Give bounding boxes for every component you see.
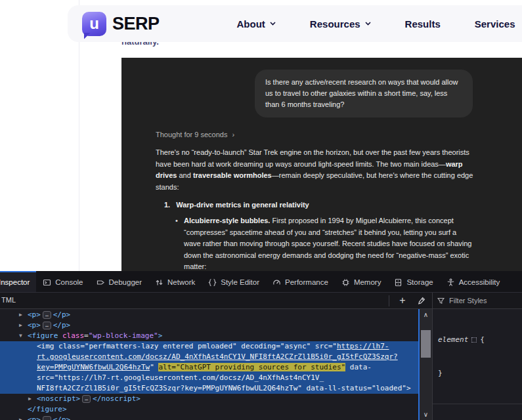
collapsed-content-badge[interactable]: … xyxy=(43,322,51,329)
chatgpt-screenshot-image: Is there any active/recent research on w… xyxy=(121,58,522,271)
browser-viewport: naturally. u SERP About Resources Result xyxy=(0,0,522,271)
markup-line[interactable]: ▶<noscript>…</noscript> xyxy=(0,394,418,404)
debugger-icon xyxy=(97,278,105,287)
chat-bullet-item: • Alcubierre-style bubbles. First propos… xyxy=(175,215,473,271)
tab-debugger[interactable]: Debugger xyxy=(90,271,149,292)
network-icon xyxy=(155,278,163,287)
collapsed-content-badge[interactable]: … xyxy=(82,395,91,403)
tab-accessibility[interactable]: Accessibility xyxy=(440,271,507,292)
braces-icon xyxy=(208,278,217,287)
css-rule-element[interactable]: element{ } xyxy=(433,309,522,404)
tab-style-editor[interactable]: Style Editor xyxy=(202,271,266,292)
expand-arrow-icon[interactable]: ▶ xyxy=(19,320,28,331)
markup-line[interactable]: src="https://lh7-rt.googleusercontent.co… xyxy=(0,373,418,383)
chat-answer-paragraph: There's no “ready-to-launch” Star Trek e… xyxy=(156,147,473,193)
scroll-down-arrow-icon[interactable]: ∨ xyxy=(420,411,432,418)
storage-icon xyxy=(394,278,402,287)
markup-scrollbar[interactable]: ∧ ∨ xyxy=(418,309,432,420)
inspector-body: ▶<p>…</p>▶<p>…</p>▼<figure class="wp-blo… xyxy=(0,309,522,420)
markup-line[interactable]: NFI8ftA2CZrZl1B5i0r_gI5tFcQZ3Szqr?key=PM… xyxy=(0,383,418,394)
person-icon xyxy=(446,278,455,287)
tab-inspector[interactable]: Inspector xyxy=(0,271,36,292)
site-header: u SERP About Resources Results Services xyxy=(68,5,522,42)
chat-answer-column: Thought for 9 seconds› There's no “ready… xyxy=(156,131,473,271)
collapsed-content-badge[interactable]: … xyxy=(43,416,51,420)
devtools-tabbar: Inspector Console Debugger Network Style… xyxy=(0,271,522,293)
chevron-right-icon: › xyxy=(232,131,234,138)
chip-icon xyxy=(341,278,350,287)
scroll-up-arrow-icon[interactable]: ∧ xyxy=(420,311,432,318)
markup-line[interactable]: key=PMPgUYNW6fbwUL2Q64hzTw" alt="ChatGPT… xyxy=(0,362,418,373)
bullet-icon: • xyxy=(175,215,184,271)
markup-line[interactable]: ▶<p>…</p> xyxy=(0,310,418,320)
filter-styles-searchbox[interactable]: Filter Styles xyxy=(432,293,522,308)
chat-numbered-heading: 1.Warp-drive metrics in general relativi… xyxy=(164,201,473,209)
nav-item-resources[interactable]: Resources xyxy=(310,18,371,30)
devtools-panel: Inspector Console Debugger Network Style… xyxy=(0,271,522,420)
funnel-icon xyxy=(437,297,445,304)
chevron-down-icon xyxy=(365,22,371,26)
main-nav: About Resources Results Services xyxy=(237,18,515,30)
userp-logo[interactable]: u SERP xyxy=(82,12,160,36)
eyedropper-icon xyxy=(417,297,425,305)
gauge-icon xyxy=(272,278,281,287)
expand-arrow-icon[interactable]: ▶ xyxy=(28,394,37,404)
collapsed-content-badge[interactable]: … xyxy=(43,311,51,319)
expand-arrow-icon[interactable]: ▶ xyxy=(19,415,28,420)
tab-storage[interactable]: Storage xyxy=(387,271,439,292)
chat-user-question-bubble: Is there any active/recent research on w… xyxy=(255,70,473,117)
tab-console[interactable]: Console xyxy=(36,271,89,292)
nav-item-about[interactable]: About xyxy=(237,18,276,30)
userp-logo-icon: u xyxy=(82,12,106,36)
tab-network[interactable]: Network xyxy=(148,271,202,292)
selector-highlighter-icon[interactable] xyxy=(471,337,477,343)
inspector-toolbar: TML + Filter Styles xyxy=(0,293,522,309)
markup-line[interactable]: </figure> xyxy=(0,404,418,415)
eyedropper-button[interactable] xyxy=(413,293,429,308)
toolbar-divider xyxy=(389,295,389,306)
chat-thought-label: Thought for 9 seconds› xyxy=(156,131,473,138)
markup-line[interactable]: ▼<figure class="wp-block-image"> xyxy=(0,331,418,341)
markup-line[interactable]: <img class="perfmatters-lazy entered pml… xyxy=(0,341,418,352)
chevron-down-icon xyxy=(270,22,276,26)
search-html-label[interactable]: TML xyxy=(1,296,16,304)
logo-text: SERP xyxy=(112,14,160,34)
expand-arrow-icon[interactable]: ▶ xyxy=(19,310,28,320)
markup-line[interactable]: ▶<p>…</p> xyxy=(0,320,418,331)
markup-line[interactable]: ▶<p>…</p> xyxy=(0,415,418,420)
expand-arrow-icon[interactable]: ▼ xyxy=(19,331,28,341)
scrollbar-thumb[interactable] xyxy=(421,330,431,358)
tab-memory[interactable]: Memory xyxy=(335,271,388,292)
logo-glyph: u xyxy=(89,14,99,33)
rules-view: element{ } .elementor img{ border: ▶none… xyxy=(432,309,522,420)
tab-performance[interactable]: Performance xyxy=(266,271,335,292)
markup-line[interactable]: rt.googleusercontent.com/docsz/AD_4nXfhA… xyxy=(0,352,418,362)
create-new-node-button[interactable]: + xyxy=(395,293,410,308)
console-icon xyxy=(43,278,51,287)
screenshot-root: naturally. u SERP About Resources Result xyxy=(0,0,522,420)
nav-item-services[interactable]: Services xyxy=(475,18,515,30)
nav-item-results[interactable]: Results xyxy=(405,18,441,30)
css-rule-elementor-img[interactable]: .elementor img{ border: ▶none;border-rad… xyxy=(433,404,522,420)
markup-view: ▶<p>…</p>▶<p>…</p>▼<figure class="wp-blo… xyxy=(0,309,418,420)
